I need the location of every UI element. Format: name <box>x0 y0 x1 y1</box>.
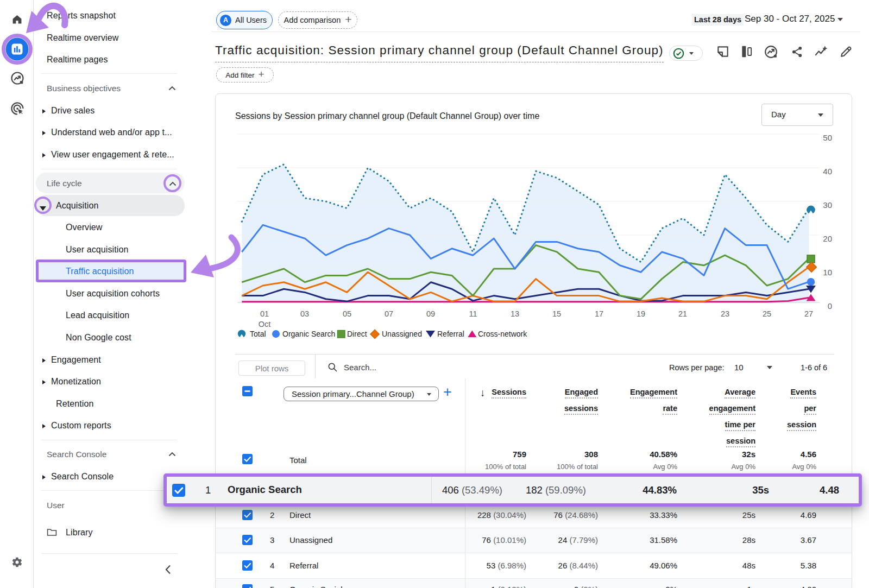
svg-text:Organic Search: Organic Search <box>282 330 335 338</box>
svg-text:0: 0 <box>828 301 832 311</box>
svg-text:Referral: Referral <box>437 330 464 338</box>
svg-text:23: 23 <box>721 309 729 318</box>
svg-text:Total: Total <box>250 330 266 338</box>
svg-text:19: 19 <box>637 309 645 318</box>
svg-text:05: 05 <box>343 309 351 318</box>
svg-text:17: 17 <box>595 309 603 318</box>
svg-text:01: 01 <box>260 309 269 318</box>
svg-text:40: 40 <box>823 167 832 176</box>
svg-text:50: 50 <box>823 133 832 142</box>
svg-text:Direct: Direct <box>347 330 367 338</box>
svg-text:07: 07 <box>385 309 393 318</box>
svg-text:Cross-network: Cross-network <box>478 330 527 338</box>
svg-text:11: 11 <box>469 309 477 318</box>
svg-text:09: 09 <box>426 309 435 318</box>
svg-text:10: 10 <box>823 268 832 277</box>
svg-text:25: 25 <box>763 309 771 318</box>
svg-text:Unassigned: Unassigned <box>382 330 422 338</box>
svg-text:13: 13 <box>511 309 519 318</box>
svg-text:27: 27 <box>804 309 813 318</box>
svg-text:20: 20 <box>823 234 832 243</box>
svg-text:15: 15 <box>552 309 561 318</box>
svg-text:30: 30 <box>823 200 832 210</box>
svg-text:21: 21 <box>678 309 687 318</box>
svg-text:03: 03 <box>300 309 309 318</box>
